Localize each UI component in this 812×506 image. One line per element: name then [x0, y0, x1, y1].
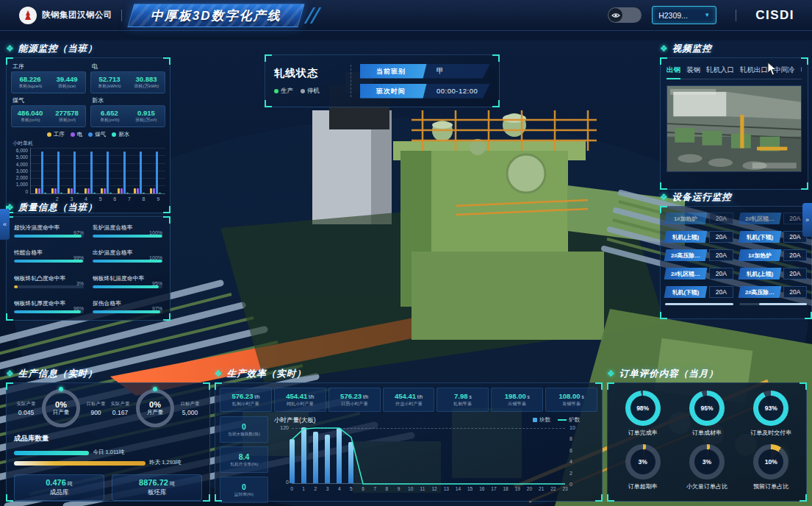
device-value: 20A [783, 286, 808, 298]
stock-stat-value: 0.476吨 [46, 478, 73, 488]
device-scrollbar[interactable] [665, 303, 733, 305]
energy-card: 工序68.226单耗(kgce/t)39.449班耗(tce) [11, 62, 86, 93]
chart-legend-item: 炉数 [558, 416, 580, 424]
y-tick-left: 120 [280, 425, 292, 430]
efficiency-stat-card: 576.23 t/h日历小时产量 [328, 388, 381, 412]
ring-name: 日产量 [53, 409, 70, 416]
y-tick-right: 10 [570, 425, 575, 430]
device-label: 轧机(下辊) [746, 233, 772, 241]
y-tick-right: 6 [570, 448, 575, 453]
cisdi-logo: CISDI [755, 8, 794, 23]
y-tick: 1,000 [11, 182, 30, 188]
bar [68, 188, 70, 193]
collapse-right-handle[interactable]: » [802, 203, 812, 237]
device-label-badge: 1#加热炉 [738, 249, 781, 261]
progress-fill [14, 260, 83, 263]
device-label: 轧机(上辊) [746, 270, 772, 278]
stock-bar-label: 今日 1,011吨 [93, 449, 124, 456]
stat-value: 198.00 s [505, 392, 530, 400]
device-label-badge: 轧机(上辊) [664, 231, 708, 243]
camera-feed[interactable] [667, 85, 802, 172]
tab-出钢[interactable]: 出钢 [667, 65, 680, 79]
donut-label: 订单完成率 [628, 429, 658, 437]
stat-label: 轧制节奏 [454, 401, 472, 407]
tab-装钢[interactable]: 装钢 [686, 65, 700, 79]
tab-轧机出口[interactable]: 轧机出口 [740, 65, 768, 79]
efficiency-stat-card: 198.00 s出钢节奏 [491, 388, 543, 412]
diamond-icon: ❖ [660, 44, 668, 53]
x-tick: 12 [431, 486, 436, 491]
device-label: 1#加热炉 [747, 252, 771, 260]
x-tick: 23 [562, 486, 567, 491]
bar-group [101, 148, 112, 193]
stat-value: 0 [242, 482, 246, 491]
device-value: 20A [709, 249, 733, 261]
quality-item: 探伤合格率97% [93, 299, 162, 313]
device-row: 轧机(上辊)20A [665, 231, 733, 243]
stat-label: 运转率(%) [234, 491, 254, 497]
gauge-target-label: 目标产量 [179, 400, 201, 407]
bar [107, 152, 109, 193]
quality-label: 钢板终轧凸度命中率 [14, 274, 84, 282]
gauge-target-value: 5,000 [178, 409, 202, 416]
stat-value: 108.00 s [559, 392, 584, 400]
gauge-target: 目标产量5,000 [178, 400, 202, 416]
production-gauge: 实际产量0.1670%月产量目标产量5,000 [108, 389, 202, 427]
device-scrollbar[interactable] [739, 303, 808, 305]
visibility-toggle[interactable] [608, 7, 642, 23]
ring-percent: 0% [55, 400, 67, 409]
x-tick: 19 [515, 486, 520, 491]
ring-percent: 0% [149, 400, 161, 409]
stat-value: 576.23 t/h [231, 392, 259, 400]
status-badge: 当前班别 [356, 64, 427, 79]
panel-quality: ❖ 质量信息（当班） 超快冷温度命中率97%装炉温度合格率100%性能合格率99… [6, 200, 170, 321]
tab-轧机入口[interactable]: 轧机入口 [706, 65, 734, 79]
diamond-icon: ❖ [6, 369, 14, 378]
stock-stat-label: 板坯库 [148, 488, 167, 497]
energy-card: 电52.713单耗(kWh/t)30.883班耗(万kWh) [90, 62, 165, 93]
panel-production-efficiency: ❖ 生产效率（实时） 576.23 t/h轧制小时产量454.41 t/h纯轧小… [215, 366, 603, 502]
legend-dot [88, 132, 93, 137]
donut-ring: 3% [625, 444, 661, 480]
quality-item: 出炉温度合格率100% [93, 249, 162, 263]
legend-label: 炉数 [569, 416, 580, 424]
bar-group [150, 148, 161, 193]
bar [153, 188, 155, 193]
x-tick: 4 [338, 486, 341, 491]
bar [54, 188, 57, 193]
energy-value: 0.915班耗(万m³) [128, 106, 165, 126]
status-legend-item: 停机 [301, 87, 320, 96]
status-dot [274, 89, 279, 93]
stat-value: 576.23 t/h [340, 392, 368, 400]
device-label: 2#高压除… [745, 288, 775, 296]
donut-value: 10% [758, 449, 783, 474]
energy-value: 30.883班耗(万kWh) [128, 72, 165, 93]
device-label: 2#轧区辊… [745, 215, 775, 223]
progress-fill [14, 235, 82, 238]
energy-card-name: 煤气 [12, 96, 86, 104]
tab-电加热[interactable]: 电加热 [801, 65, 802, 79]
divider [736, 10, 736, 21]
gauge-target: 目标产量900 [84, 400, 108, 416]
stat-value: 7.98 s [454, 392, 472, 400]
metric-value: 277578 [55, 109, 79, 117]
device-label-badge: 轧机(上辊) [738, 268, 781, 279]
output-line-series [292, 428, 565, 484]
metric-value: 486.040 [18, 109, 43, 117]
bar [60, 193, 62, 193]
quality-percent: 3% [76, 281, 84, 286]
x-tick: 8 [386, 486, 389, 491]
tab-中间冷[interactable]: 中间冷 [774, 65, 795, 79]
device-value: 20A [709, 231, 733, 243]
bar-group [68, 148, 79, 193]
collapse-left-handle[interactable]: « [0, 209, 10, 240]
bar [85, 188, 87, 193]
donut-value: 95% [694, 396, 719, 421]
bar [118, 188, 120, 193]
efficiency-side-stat: 0当班大板块数(块) [220, 416, 268, 443]
badge-text: 班次时间 [376, 86, 406, 96]
bar [87, 188, 90, 193]
donut-ring: 93% [753, 391, 788, 426]
view-selector-dropdown[interactable]: H2309... ▼ [652, 6, 716, 24]
bar [137, 188, 139, 193]
